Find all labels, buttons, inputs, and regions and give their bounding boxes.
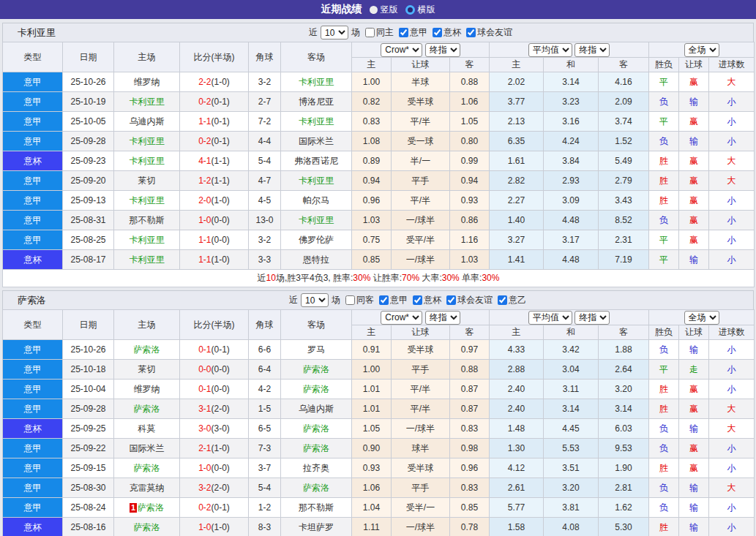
average-select[interactable]: 平均值 bbox=[528, 43, 572, 57]
match-row: 意甲25-10-19卡利亚里0-2(0-1)2-7博洛尼亚0.82受半球1.06… bbox=[3, 92, 755, 112]
match-date: 25-10-26 bbox=[63, 340, 114, 360]
checkbox-input[interactable] bbox=[498, 295, 507, 305]
column-header: 客场 bbox=[281, 310, 352, 340]
handicap-line: 受半球 bbox=[392, 92, 450, 112]
scope-select-cell: 全场 bbox=[649, 310, 755, 325]
avg-draw-odds: 3.16 bbox=[544, 112, 599, 132]
average-period-select[interactable]: 终指 bbox=[575, 311, 610, 325]
average-period-select[interactable]: 终指 bbox=[575, 43, 610, 57]
score: 0-1(0-0) bbox=[180, 380, 249, 399]
filter-checkbox[interactable]: 意甲 bbox=[394, 26, 427, 39]
checkbox-input[interactable] bbox=[466, 28, 476, 37]
bookmaker-select[interactable]: Crow* bbox=[381, 43, 422, 57]
avg-draw-odds: 3.84 bbox=[544, 151, 599, 171]
league-badge: 意甲 bbox=[3, 191, 63, 211]
result-outcome: 胜 bbox=[649, 458, 679, 478]
layout-radio-horizontal[interactable]: 横版 bbox=[405, 4, 435, 16]
result-handicap: 赢 bbox=[679, 171, 709, 191]
match-row: 意甲25-09-28萨索洛3-1(2-0)1-5乌迪内斯1.01平/半0.872… bbox=[3, 399, 755, 419]
home-team: 萨索洛 bbox=[114, 518, 180, 536]
handicap-away-odds: 0.86 bbox=[450, 211, 490, 230]
result-outcome: 负 bbox=[649, 92, 679, 112]
checkbox-input[interactable] bbox=[413, 295, 422, 305]
radio-label: 竖版 bbox=[381, 4, 398, 16]
games-label: 场 bbox=[332, 294, 340, 306]
filter-checkbox[interactable]: 球会友谊 bbox=[441, 294, 493, 306]
result-handicap: 输 bbox=[679, 518, 709, 536]
rounds-select[interactable]: 10 bbox=[321, 26, 348, 39]
avg-away-odds: 5.49 bbox=[599, 151, 649, 171]
score: 2-2(1-0) bbox=[180, 72, 249, 92]
column-header: 类型 bbox=[3, 42, 63, 72]
match-row: 意甲25-09-20莱切1-2(1-1)4-7卡利亚里0.94平手0.942.8… bbox=[3, 171, 755, 191]
rounds-select[interactable]: 10 bbox=[301, 293, 329, 307]
handicap-line: 半球 bbox=[392, 72, 450, 92]
checkbox-input[interactable] bbox=[379, 295, 389, 305]
handicap-line: 平手 bbox=[392, 171, 450, 191]
match-date: 25-09-15 bbox=[63, 458, 114, 478]
match-row: 意甲25-08-241萨索洛0-2(0-1)1-2那不勒斯1.04受半/一0.8… bbox=[3, 498, 755, 518]
avg-away-odds: 4.16 bbox=[599, 72, 649, 92]
handicap-away-odds: 0.99 bbox=[450, 151, 490, 171]
near-label: 近 bbox=[309, 26, 318, 39]
match-date: 25-08-31 bbox=[63, 211, 114, 230]
away-team: 萨索洛 bbox=[281, 478, 352, 498]
layout-radio-vertical[interactable]: 竖版 bbox=[370, 4, 398, 16]
radio-selected-icon[interactable] bbox=[405, 5, 415, 15]
filter-checkbox[interactable]: 同客 bbox=[340, 294, 374, 306]
filter-checkbox[interactable]: 同主 bbox=[360, 26, 394, 39]
filter-checkbox[interactable]: 意杯 bbox=[427, 26, 461, 39]
scope-select[interactable]: 全场 bbox=[684, 311, 719, 325]
filter-checkbox[interactable]: 意甲 bbox=[374, 294, 408, 306]
matches-table: 类型 日期 主场 比分(半场) 角球 客场 Crow* 终指 平均值 终指 全场 bbox=[2, 309, 755, 536]
handicap-home-odds: 1.08 bbox=[352, 132, 392, 151]
column-header: 进球数 bbox=[709, 325, 755, 340]
avg-away-odds: 2.09 bbox=[599, 92, 649, 112]
match-date: 25-10-04 bbox=[63, 380, 114, 399]
checkbox-input[interactable] bbox=[345, 295, 355, 305]
checkbox-input[interactable] bbox=[433, 28, 442, 37]
handicap-away-odds: 1.16 bbox=[450, 230, 490, 250]
match-date: 25-08-30 bbox=[63, 478, 114, 498]
avg-away-odds: 1.88 bbox=[599, 340, 649, 360]
result-handicap: 赢 bbox=[679, 72, 709, 92]
handicap-line: 平手 bbox=[392, 478, 450, 498]
handicap-home-odds: 1.04 bbox=[352, 498, 392, 518]
handicap-line: 受平/半 bbox=[392, 230, 450, 250]
corner-count: 8-3 bbox=[249, 518, 281, 536]
corner-count: 6-5 bbox=[249, 419, 281, 439]
avg-home-odds: 2.61 bbox=[490, 478, 544, 498]
handicap-home-odds: 1.00 bbox=[352, 72, 392, 92]
score: 1-0(0-0) bbox=[180, 458, 249, 478]
avg-draw-odds: 5.53 bbox=[544, 439, 599, 458]
column-header: 进球数 bbox=[709, 58, 755, 72]
checkbox-input[interactable] bbox=[399, 28, 408, 37]
filter-checkbox[interactable]: 意杯 bbox=[408, 294, 441, 306]
home-team: 国际米兰 bbox=[114, 439, 180, 458]
result-outcome: 平 bbox=[649, 250, 679, 270]
result-handicap: 输 bbox=[679, 498, 709, 518]
filter-checkbox[interactable]: 意乙 bbox=[493, 294, 526, 306]
match-row: 意杯25-08-17卡利亚里1-1(1-0)3-3恩特拉0.85一/球半1.03… bbox=[3, 250, 755, 270]
odds-period-select[interactable]: 终指 bbox=[425, 43, 460, 57]
odds-period-select[interactable]: 终指 bbox=[425, 311, 460, 325]
result-goalline: 小 bbox=[709, 340, 755, 360]
away-team: 那不勒斯 bbox=[281, 498, 352, 518]
corner-count: 2-7 bbox=[249, 92, 281, 112]
avg-away-odds: 2.31 bbox=[599, 230, 649, 250]
bookmaker-select[interactable]: Crow* bbox=[381, 311, 422, 325]
radio-icon[interactable] bbox=[370, 6, 378, 14]
match-row: 意甲25-09-22国际米兰2-1(1-0)7-3萨索洛0.90球半0.981.… bbox=[3, 439, 755, 458]
checkbox-input[interactable] bbox=[365, 28, 375, 37]
column-header: 让球 bbox=[392, 58, 450, 72]
average-select[interactable]: 平均值 bbox=[528, 311, 572, 325]
handicap-line: 受半球 bbox=[392, 340, 450, 360]
handicap-home-odds: 0.94 bbox=[352, 171, 392, 191]
match-row: 意甲25-08-31那不勒斯1-0(0-0)13-0卡利亚里1.03一/球半0.… bbox=[3, 211, 755, 230]
avg-draw-odds: 4.24 bbox=[544, 132, 599, 151]
league-badge: 意甲 bbox=[3, 380, 63, 399]
column-header: 主 bbox=[352, 58, 392, 72]
filter-checkbox[interactable]: 球会友谊 bbox=[461, 26, 512, 39]
scope-select[interactable]: 全场 bbox=[684, 43, 719, 57]
checkbox-input[interactable] bbox=[446, 295, 456, 305]
